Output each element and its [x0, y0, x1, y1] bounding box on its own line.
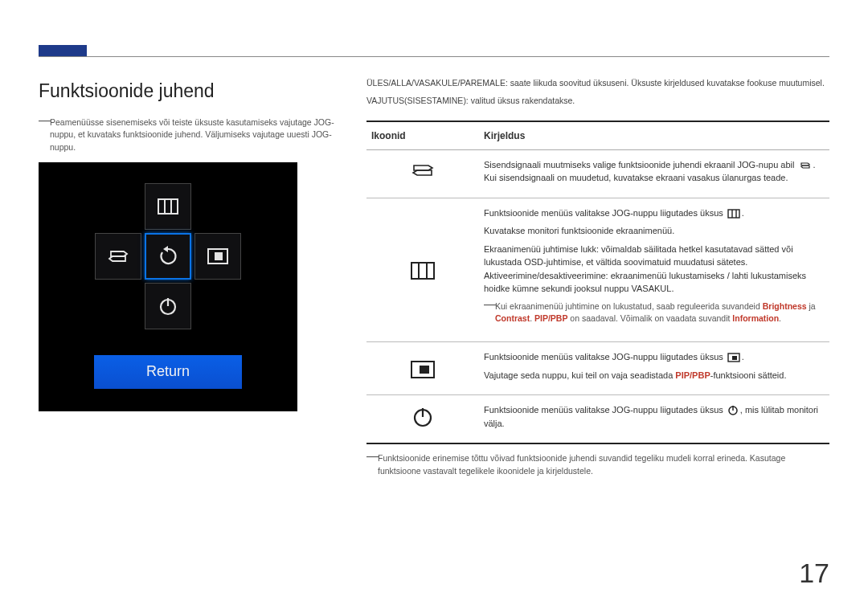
r2-brightness: Brightness — [763, 301, 807, 311]
svg-rect-17 — [732, 356, 737, 360]
page-number: 17 — [799, 553, 829, 594]
osd-power-icon — [145, 283, 191, 329]
row-desc-power: Funktsioonide menüüs valitakse JOG-nuppu… — [479, 403, 829, 435]
row-desc-menu: Funktsioonide menüüs valitakse JOG-nuppu… — [479, 206, 829, 334]
inline-source-icon — [799, 161, 812, 170]
svg-rect-0 — [158, 199, 178, 214]
osd-return-bar: Return — [94, 355, 242, 389]
right-column: ÜLES/ALLA/VASAKULE/PAREMALE: saate liiku… — [366, 77, 829, 478]
r2-nd: on saadaval. Võimalik on vaadata suvandi… — [567, 313, 732, 323]
osd-screenshot: Return — [39, 162, 297, 411]
page-top-rule — [39, 56, 829, 57]
section-heading: Funktsioonide juhend — [39, 77, 344, 105]
inline-menu-icon — [727, 209, 740, 219]
r2-na: Kui ekraanimenüü juhtimine on lukustatud… — [495, 301, 763, 311]
r3-p2a: Vajutage seda nuppu, kui teil on vaja se… — [484, 370, 675, 380]
row-icon-source — [366, 158, 479, 190]
r3-p1b: . — [742, 352, 744, 362]
r2-pip: PIP/PBP — [534, 313, 567, 323]
r3-p1a: Funktsioonide menüüs valitakse JOG-nuppu… — [484, 352, 726, 362]
r2-lock-note: ― Kui ekraanimenüü juhtimine on lukustat… — [484, 300, 825, 326]
table-row: Funktsioonide menüüs valitakse JOG-nuppu… — [366, 198, 829, 343]
osd-source-icon — [95, 233, 141, 280]
row-icon-pip — [366, 350, 479, 386]
osd-pip-icon — [194, 233, 241, 280]
table-header: Ikoonid Kirjeldus — [366, 121, 829, 150]
r3-pip: PIP/PBP — [675, 370, 710, 380]
left-column: Funktsioonide juhend ― Peamenüüsse sisen… — [39, 77, 344, 411]
page-accent — [39, 45, 87, 56]
nav-instruction-1: ÜLES/ALLA/VASAKULE/PAREMALE: saate liiku… — [366, 77, 829, 90]
after-table-note: ― Funktsioonide erinemise tõttu võivad f… — [366, 452, 829, 478]
row-icon-power — [366, 403, 479, 435]
after-note-text: Funktsioonide erinemise tõttu võivad fun… — [378, 452, 829, 478]
svg-rect-15 — [420, 366, 429, 374]
r2-p1a: Funktsioonide menüüs valitakse JOG-nuppu… — [484, 208, 726, 218]
r2-info: Information — [732, 313, 779, 323]
r2-note-body: Kui ekraanimenüü juhtimine on lukustatud… — [495, 300, 825, 326]
row-desc-pip: Funktsioonide menüüs valitakse JOG-nuppu… — [479, 350, 829, 386]
th-description: Kirjeldus — [479, 122, 829, 149]
r2-p3: Ekraanimenüü juhtimise lukk: võimaldab s… — [484, 243, 825, 296]
table-row: Funktsioonide menüüs valitakse JOG-nuppu… — [366, 395, 829, 444]
r1-p1a: Sisendsignaali muutmiseks valige funktsi… — [484, 160, 797, 170]
svg-rect-8 — [411, 263, 434, 279]
r4-p1a: Funktsioonide menüüs valitakse JOG-nuppu… — [484, 405, 726, 415]
r2-ne: . — [779, 313, 781, 323]
dash-icon: ― — [366, 452, 378, 478]
heading-note-text: Peamenüüsse sisenemiseks või teiste üksu… — [50, 116, 344, 154]
nav-instruction-2: VAJUTUS(SISESTAMINE): valitud üksus rake… — [366, 95, 829, 108]
dash-icon: ― — [484, 300, 495, 326]
osd-menu-icon — [145, 183, 191, 230]
dash-icon: ― — [39, 116, 50, 154]
svg-rect-11 — [728, 210, 739, 218]
svg-rect-5 — [215, 252, 223, 260]
svg-marker-3 — [163, 246, 168, 252]
table-row: Funktsioonide menüüs valitakse JOG-nuppu… — [366, 342, 829, 395]
r3-p2b: -funktsiooni sätteid. — [710, 370, 787, 380]
r2-nb: ja — [807, 301, 816, 311]
table-row: Sisendsignaali muutmiseks valige funktsi… — [366, 150, 829, 198]
r2-p2: Kuvatakse monitori funktsioonide ekraani… — [484, 224, 825, 238]
row-desc-source: Sisendsignaali muutmiseks valige funktsi… — [479, 158, 829, 190]
osd-nav-cross — [95, 183, 241, 329]
row-icon-menu — [366, 206, 479, 334]
osd-return-icon — [145, 233, 191, 280]
r2-p1b: . — [742, 208, 744, 218]
th-icons: Ikoonid — [366, 122, 479, 149]
inline-power-icon — [727, 404, 739, 415]
r2-contrast: Contrast — [495, 313, 530, 323]
inline-pip-icon — [727, 353, 740, 362]
heading-note: ― Peamenüüsse sisenemiseks või teiste ük… — [39, 116, 344, 154]
